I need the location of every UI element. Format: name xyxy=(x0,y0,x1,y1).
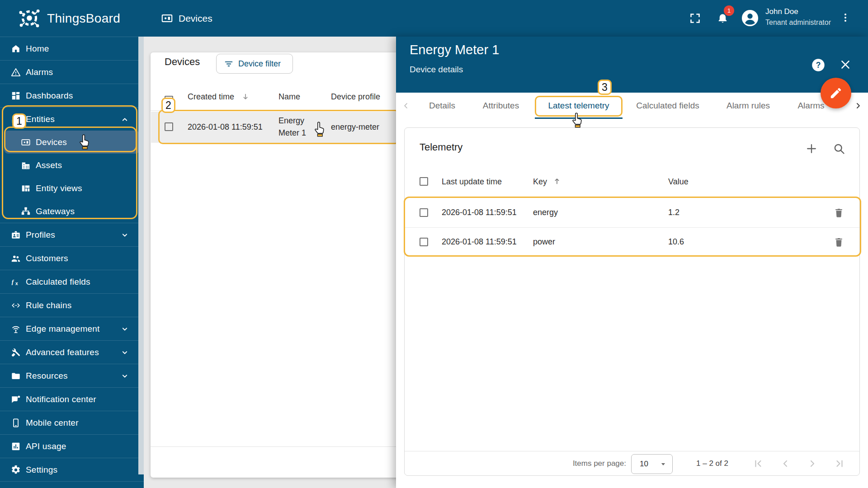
tab-alarms[interactable]: Alarms xyxy=(797,93,824,119)
column-name[interactable]: Name xyxy=(278,92,300,102)
sidebar: HomeAlarmsDashboardsEntitiesDevicesAsset… xyxy=(0,37,144,488)
chevron-down-icon xyxy=(120,348,129,357)
page-header: Devices xyxy=(161,0,212,37)
column-last-update-time[interactable]: Last update time xyxy=(442,177,502,187)
filter-icon xyxy=(224,59,234,69)
sidebar-item-home[interactable]: Home xyxy=(0,37,144,60)
column-value[interactable]: Value xyxy=(668,177,689,187)
sidebar-item-calculated-fields[interactable]: fxCalculated fields xyxy=(0,270,144,293)
rule-chains-icon xyxy=(11,300,21,310)
avatar[interactable] xyxy=(741,9,759,27)
edit-fab-button[interactable] xyxy=(821,78,851,108)
sidebar-item-advanced-features[interactable]: Advanced features xyxy=(0,340,144,364)
row-checkbox[interactable] xyxy=(420,208,428,217)
help-icon[interactable]: ? xyxy=(811,58,825,72)
sidebar-item-settings[interactable]: Settings xyxy=(0,458,144,481)
close-icon[interactable] xyxy=(840,59,851,70)
delete-icon[interactable] xyxy=(833,236,844,248)
chevron-down-icon xyxy=(120,230,129,239)
page-title: Devices xyxy=(179,13,212,24)
row-checkbox[interactable] xyxy=(165,122,173,131)
sort-desc-icon[interactable] xyxy=(241,92,250,101)
sidebar-item-label: Edge management xyxy=(26,324,100,334)
sidebar-item-api-usage[interactable]: API usage xyxy=(0,434,144,458)
tab-calculated-fields[interactable]: Calculated fields xyxy=(636,93,699,119)
telemetry-select-all-checkbox[interactable] xyxy=(420,177,428,186)
sidebar-item-notification-center[interactable]: Notification center xyxy=(0,387,144,411)
telemetry-row-energy[interactable]: 2026-01-08 11:59:51energy1.2 xyxy=(405,198,859,227)
sidebar-scrollbar[interactable] xyxy=(138,37,144,474)
sidebar-item-dashboards[interactable]: Dashboards xyxy=(0,84,144,107)
chevron-down-icon xyxy=(120,371,129,380)
entity-views-icon xyxy=(21,183,31,193)
device-created-time: 2026-01-08 11:59:51 xyxy=(188,122,263,132)
advanced-features-icon xyxy=(11,347,21,357)
telemetry-value: 10.6 xyxy=(668,237,684,247)
mobile-center-icon xyxy=(11,418,21,428)
kebab-menu-icon[interactable] xyxy=(840,12,851,23)
tab-latest-telemetry[interactable]: Latest telemetry xyxy=(548,93,609,119)
previous-page-icon[interactable] xyxy=(780,458,791,469)
page-size-value: 10 xyxy=(640,460,648,469)
pagination-divider xyxy=(405,451,859,451)
search-icon[interactable] xyxy=(833,142,845,155)
sidebar-item-alarms[interactable]: Alarms xyxy=(0,60,144,84)
callout-step-3: 3 xyxy=(598,80,612,95)
sidebar-item-label: Mobile center xyxy=(26,418,79,428)
sidebar-item-rule-chains[interactable]: Rule chains xyxy=(0,293,144,317)
devices-table-title: Devices xyxy=(165,56,200,68)
first-page-icon[interactable] xyxy=(753,458,764,469)
devices-icon xyxy=(21,137,31,147)
profiles-icon xyxy=(11,230,21,240)
sidebar-item-resources[interactable]: Resources xyxy=(0,364,144,387)
sidebar-item-devices[interactable]: Devices xyxy=(4,131,140,154)
column-created-time[interactable]: Created time xyxy=(188,92,234,102)
device-profile-value: energy-meter xyxy=(331,122,379,132)
last-page-icon[interactable] xyxy=(834,458,845,469)
sidebar-item-edge-management[interactable]: Edge management xyxy=(0,317,144,340)
sidebar-item-customers[interactable]: Customers xyxy=(0,246,144,270)
svg-text:?: ? xyxy=(816,61,821,70)
chevron-down-icon xyxy=(120,324,129,333)
settings-icon xyxy=(11,465,21,475)
notifications-badge: 1 xyxy=(724,5,734,16)
alarms-icon xyxy=(11,67,21,77)
sidebar-item-gateways[interactable]: Gateways xyxy=(0,200,144,223)
drawer-header: Energy Meter 1 Device details ? xyxy=(396,37,868,93)
sidebar-item-security[interactable]: Security xyxy=(0,481,144,488)
next-page-icon[interactable] xyxy=(807,458,818,469)
top-bar: ThingsBoard Devices 1 John Doe Tenant ad… xyxy=(0,0,868,37)
api-usage-icon xyxy=(11,441,21,451)
sidebar-item-label: Dashboards xyxy=(26,91,73,101)
column-key[interactable]: Key xyxy=(533,177,547,187)
tabs-scroll-right-icon[interactable] xyxy=(854,101,863,110)
sidebar-item-profiles[interactable]: Profiles xyxy=(0,223,144,246)
device-filter-label: Device filter xyxy=(238,59,281,69)
telemetry-row-power[interactable]: 2026-01-08 11:59:51power10.6 xyxy=(405,227,859,257)
telemetry-key: power xyxy=(533,237,555,247)
sidebar-item-label: Entity views xyxy=(36,183,82,193)
tabs-scroll-left-icon[interactable] xyxy=(401,101,410,110)
user-role: Tenant administrator xyxy=(765,19,831,27)
fullscreen-icon[interactable] xyxy=(689,12,701,24)
telemetry-value: 1.2 xyxy=(668,208,679,217)
sidebar-item-assets[interactable]: Assets xyxy=(0,154,144,177)
sidebar-item-label: Notification center xyxy=(26,394,96,404)
device-filter-button[interactable]: Device filter xyxy=(216,54,293,74)
tab-details[interactable]: Details xyxy=(429,93,455,119)
add-telemetry-icon[interactable] xyxy=(805,142,818,155)
sidebar-item-mobile-center[interactable]: Mobile center xyxy=(0,411,144,434)
sort-asc-icon[interactable] xyxy=(552,177,561,186)
page-size-select[interactable]: 10 xyxy=(631,454,673,474)
sidebar-item-entity-views[interactable]: Entity views xyxy=(0,177,144,200)
tab-alarm-rules[interactable]: Alarm rules xyxy=(726,93,770,119)
row-checkbox[interactable] xyxy=(420,238,428,246)
column-device-profile[interactable]: Device profile xyxy=(331,92,380,102)
assets-icon xyxy=(21,160,31,170)
svg-text:f: f xyxy=(12,279,14,285)
delete-icon[interactable] xyxy=(833,207,844,218)
svg-text:x: x xyxy=(15,281,18,286)
sidebar-item-label: Settings xyxy=(26,465,57,475)
sidebar-item-label: Resources xyxy=(26,371,68,381)
tab-attributes[interactable]: Attributes xyxy=(483,93,519,119)
